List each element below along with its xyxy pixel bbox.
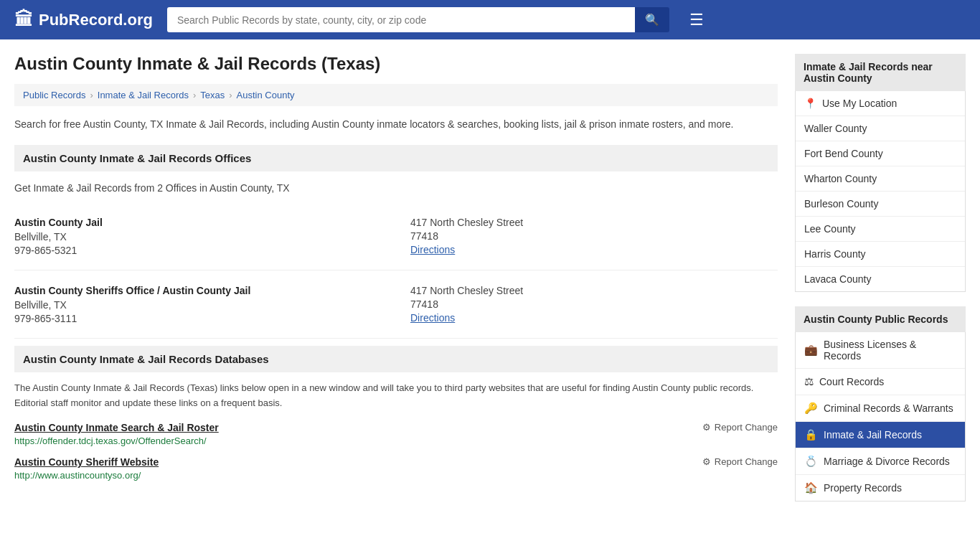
offices-section-header: Austin County Inmate & Jail Records Offi… xyxy=(14,145,778,171)
marriage-icon: 💍 xyxy=(804,455,818,468)
sidebar-item-label: Property Records xyxy=(824,482,902,494)
office-phone: 979-865-5321 xyxy=(14,245,382,256)
main-content: Austin County Inmate & Jail Records (Tex… xyxy=(14,54,778,516)
breadcrumb: Public Records › Inmate & Jail Records ›… xyxy=(14,84,778,106)
db-url: https://offender.tdcj.texas.gov/Offender… xyxy=(14,435,702,446)
nearby-county-burleson[interactable]: Burleson County xyxy=(796,192,965,217)
sidebar-item-marriage[interactable]: 💍 Marriage & Divorce Records xyxy=(796,448,965,475)
report-change-button-2[interactable]: ⚙ Report Change xyxy=(702,456,778,467)
sidebar-item-label: Criminal Records & Warrants xyxy=(824,402,953,414)
search-icon: 🔍 xyxy=(645,14,659,26)
databases-section-header: Austin County Inmate & Jail Records Data… xyxy=(14,346,778,372)
nearby-county-label: Wharton County xyxy=(804,173,877,184)
office-address: 417 North Chesley Street xyxy=(410,217,778,228)
db-url-2: http://www.austincountyso.org/ xyxy=(14,470,702,481)
sidebar: Inmate & Jail Records near Austin County… xyxy=(795,54,966,516)
database-item-2: Austin County Sheriff Website http://www… xyxy=(14,456,778,481)
office-item: Austin County Sheriffs Office / Austin C… xyxy=(14,278,778,339)
nearby-county-label: Burleson County xyxy=(804,198,879,209)
report-label-2: Report Change xyxy=(715,456,778,467)
breadcrumb-sep-1: › xyxy=(90,90,93,100)
report-icon-2: ⚙ xyxy=(702,456,711,467)
search-input[interactable] xyxy=(167,7,635,32)
database-item: Austin County Inmate Search & Jail Roste… xyxy=(14,422,778,446)
court-icon: ⚖ xyxy=(804,375,814,388)
db-link-inmate-search[interactable]: Austin County Inmate Search & Jail Roste… xyxy=(14,422,219,433)
page-title: Austin County Inmate & Jail Records (Tex… xyxy=(14,54,778,74)
nearby-county-waller[interactable]: Waller County xyxy=(796,116,965,141)
public-records-header: Austin County Public Records xyxy=(795,306,966,332)
logo-icon: 🏛 xyxy=(14,9,33,31)
inmate-icon: 🔒 xyxy=(804,428,818,441)
report-label: Report Change xyxy=(715,422,778,433)
nearby-county-label: Lee County xyxy=(804,223,856,235)
sidebar-item-label: Marriage & Divorce Records xyxy=(824,456,950,467)
office-city: Bellville, TX xyxy=(14,231,382,242)
search-button[interactable]: 🔍 xyxy=(635,7,669,32)
nearby-county-lavaca[interactable]: Lavaca County xyxy=(796,267,965,291)
nearby-county-label: Waller County xyxy=(804,123,867,134)
breadcrumb-texas[interactable]: Texas xyxy=(200,90,225,100)
site-header: 🏛 PubRecord.org 🔍 ☰ xyxy=(0,0,980,39)
office-item: Austin County Jail Bellville, TX 979-865… xyxy=(14,209,778,270)
logo-text: PubRecord.org xyxy=(39,11,153,29)
sidebar-item-court[interactable]: ⚖ Court Records xyxy=(796,369,965,395)
offices-sub-text: Get Inmate & Jail Records from 2 Offices… xyxy=(14,180,778,196)
sidebar-item-inmate[interactable]: 🔒 Inmate & Jail Records xyxy=(796,422,965,448)
office-phone: 979-865-3111 xyxy=(14,313,382,324)
business-icon: 💼 xyxy=(804,344,818,357)
sidebar-item-criminal[interactable]: 🔑 Criminal Records & Warrants xyxy=(796,395,965,422)
public-records-box: Austin County Public Records 💼 Business … xyxy=(795,306,966,501)
breadcrumb-sep-2: › xyxy=(193,90,196,100)
report-icon: ⚙ xyxy=(702,422,711,433)
nearby-county-lee[interactable]: Lee County xyxy=(796,217,965,242)
breadcrumb-inmate-records[interactable]: Inmate & Jail Records xyxy=(98,90,189,100)
office-zip: 77418 xyxy=(410,298,778,310)
directions-link-2[interactable]: Directions xyxy=(410,312,455,324)
page-description: Search for free Austin County, TX Inmate… xyxy=(14,116,778,132)
nearby-county-fort-bend[interactable]: Fort Bend County xyxy=(796,141,965,166)
databases-description: The Austin County Inmate & Jail Records … xyxy=(14,381,778,411)
use-location-label: Use My Location xyxy=(822,98,897,109)
sidebar-item-business[interactable]: 💼 Business Licenses & Records xyxy=(796,332,965,369)
report-change-button[interactable]: ⚙ Report Change xyxy=(702,422,778,433)
breadcrumb-sep-3: › xyxy=(229,90,232,100)
breadcrumb-austin-county[interactable]: Austin County xyxy=(237,90,295,100)
sidebar-item-label: Business Licenses & Records xyxy=(824,339,956,362)
office-city: Bellville, TX xyxy=(14,299,382,311)
db-link-sheriff[interactable]: Austin County Sheriff Website xyxy=(14,456,159,468)
search-form: 🔍 xyxy=(167,7,669,32)
nearby-county-wharton[interactable]: Wharton County xyxy=(796,166,965,192)
menu-button[interactable]: ☰ xyxy=(689,12,704,28)
nearby-county-label: Fort Bend County xyxy=(804,148,883,159)
sidebar-item-label: Court Records xyxy=(819,376,884,387)
nearby-county-label: Lavaca County xyxy=(804,273,871,285)
criminal-icon: 🔑 xyxy=(804,402,818,415)
location-pin-icon: 📍 xyxy=(804,98,816,109)
site-logo: 🏛 PubRecord.org xyxy=(14,9,153,31)
office-address: 417 North Chesley Street xyxy=(410,285,778,296)
nearby-county-label: Harris County xyxy=(804,248,866,260)
nearby-county-harris[interactable]: Harris County xyxy=(796,242,965,267)
property-icon: 🏠 xyxy=(804,481,818,494)
nearby-header: Inmate & Jail Records near Austin County xyxy=(795,54,966,91)
office-zip: 77418 xyxy=(410,230,778,242)
public-records-list: 💼 Business Licenses & Records ⚖ Court Re… xyxy=(795,332,966,501)
hamburger-icon: ☰ xyxy=(689,11,704,29)
sidebar-item-label: Inmate & Jail Records xyxy=(824,429,922,441)
nearby-counties-box: Inmate & Jail Records near Austin County… xyxy=(795,54,966,292)
use-location-item[interactable]: 📍 Use My Location xyxy=(796,91,965,116)
sidebar-item-property[interactable]: 🏠 Property Records xyxy=(796,475,965,501)
breadcrumb-public-records[interactable]: Public Records xyxy=(23,90,85,100)
directions-link[interactable]: Directions xyxy=(410,244,455,255)
office-name: Austin County Sheriffs Office / Austin C… xyxy=(14,285,382,296)
office-name: Austin County Jail xyxy=(14,217,382,228)
nearby-list: 📍 Use My Location Waller County Fort Ben… xyxy=(795,91,966,292)
